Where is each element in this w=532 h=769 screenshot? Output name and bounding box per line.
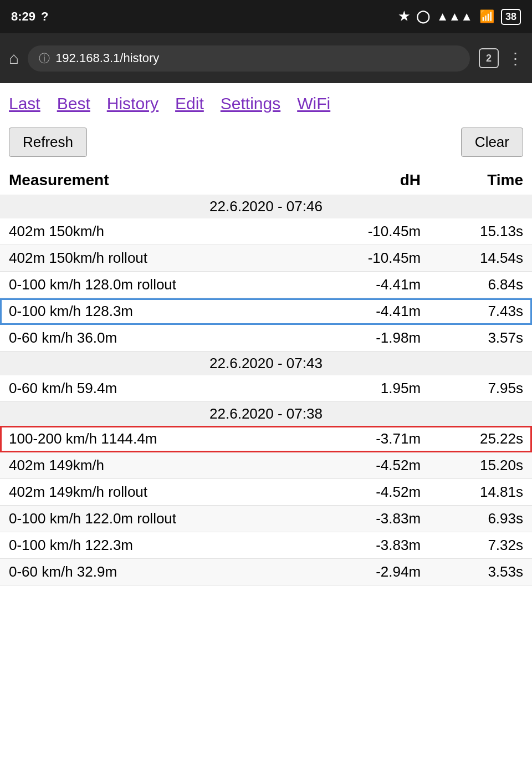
table-row[interactable]: 402m 149km/h rollout-4.52m14.81s: [0, 479, 532, 506]
measurement-cell: 402m 149km/h: [0, 452, 311, 479]
measurement-cell: 0-100 km/h 128.0m rollout: [0, 272, 311, 298]
nav-best[interactable]: Best: [57, 94, 90, 113]
url-bar[interactable]: ⓘ 192.168.3.1/history: [28, 45, 470, 72]
time-cell: 6.84s: [429, 272, 532, 298]
time-cell: 3.57s: [429, 325, 532, 352]
date-row: 22.6.2020 - 07:43: [0, 352, 532, 376]
dh-cell: -1.98m: [311, 325, 429, 352]
col-dh: dH: [311, 166, 429, 195]
table-row[interactable]: 0-100 km/h 128.0m rollout-4.41m6.84s: [0, 272, 532, 298]
nav-wifi[interactable]: WiFi: [297, 94, 330, 113]
dh-cell: -3.71m: [311, 426, 429, 452]
signal-icon: ▲▲▲: [437, 9, 473, 24]
table-row[interactable]: 100-200 km/h 1144.4m-3.71m25.22s: [0, 426, 532, 452]
bluetooth-icon: ★: [398, 9, 410, 24]
nav-last[interactable]: Last: [9, 94, 40, 113]
home-button[interactable]: ⌂: [9, 49, 19, 68]
measurement-cell: 0-100 km/h 122.0m rollout: [0, 506, 311, 532]
time-cell: 14.54s: [429, 245, 532, 272]
date-row: 22.6.2020 - 07:38: [0, 402, 532, 426]
dh-cell: -4.52m: [311, 452, 429, 479]
time-cell: 25.22s: [429, 426, 532, 452]
time-cell: 3.53s: [429, 559, 532, 585]
buttons-row: Refresh Clear: [0, 119, 532, 166]
tab-count-badge[interactable]: 2: [479, 48, 499, 68]
measurement-cell: 0-100 km/h 122.3m: [0, 532, 311, 559]
measurement-cell: 100-200 km/h 1144.4m: [0, 426, 311, 452]
measurement-cell: 0-60 km/h 59.4m: [0, 375, 311, 402]
time-cell: 7.95s: [429, 375, 532, 402]
date-label: 22.6.2020 - 07:38: [0, 402, 532, 426]
measurement-cell: 402m 150km/h rollout: [0, 245, 311, 272]
col-time: Time: [429, 166, 532, 195]
table-row[interactable]: 0-100 km/h 122.0m rollout-3.83m6.93s: [0, 506, 532, 532]
measurement-cell: 402m 149km/h rollout: [0, 479, 311, 506]
status-time: 8:29: [11, 9, 35, 24]
nav-links: Last Best History Edit Settings WiFi: [0, 83, 532, 119]
clear-button[interactable]: Clear: [461, 128, 523, 157]
refresh-button[interactable]: Refresh: [9, 128, 87, 157]
dh-cell: -4.52m: [311, 479, 429, 506]
url-text: 192.168.3.1/history: [55, 51, 159, 65]
browser-bar: ⌂ ⓘ 192.168.3.1/history 2 ⋮: [0, 33, 532, 83]
url-info-icon: ⓘ: [39, 51, 50, 66]
time-cell: 14.81s: [429, 479, 532, 506]
measurement-cell: 402m 150km/h: [0, 218, 311, 245]
wifi-icon: 📶: [479, 9, 494, 24]
battery-badge: 38: [501, 9, 521, 25]
table-row[interactable]: 0-60 km/h 36.0m-1.98m3.57s: [0, 325, 532, 352]
nav-edit[interactable]: Edit: [175, 94, 204, 113]
table-row[interactable]: 0-60 km/h 32.9m-2.94m3.53s: [0, 559, 532, 585]
col-measurement: Measurement: [0, 166, 311, 195]
time-cell: 15.13s: [429, 218, 532, 245]
nav-settings[interactable]: Settings: [221, 94, 280, 113]
dh-cell: -3.83m: [311, 506, 429, 532]
status-question: ?: [41, 9, 48, 24]
measurement-cell: 0-60 km/h 32.9m: [0, 559, 311, 585]
time-cell: 15.20s: [429, 452, 532, 479]
time-cell: 7.43s: [429, 298, 532, 325]
nav-history[interactable]: History: [107, 94, 158, 113]
status-left: 8:29 ?: [11, 9, 49, 24]
date-label: 22.6.2020 - 07:43: [0, 352, 532, 376]
status-right: ★ ◯ ▲▲▲ 📶 38: [398, 9, 521, 25]
table-row[interactable]: 0-100 km/h 122.3m-3.83m7.32s: [0, 532, 532, 559]
dh-cell: -4.41m: [311, 272, 429, 298]
measurement-cell: 0-60 km/h 36.0m: [0, 325, 311, 352]
time-cell: 7.32s: [429, 532, 532, 559]
dh-cell: 1.95m: [311, 375, 429, 402]
table-header-row: Measurement dH Time: [0, 166, 532, 195]
dh-cell: -10.45m: [311, 218, 429, 245]
history-table: Measurement dH Time 22.6.2020 - 07:46402…: [0, 166, 532, 585]
alarm-icon: ◯: [416, 9, 430, 24]
measurement-cell: 0-100 km/h 128.3m: [0, 298, 311, 325]
dh-cell: -3.83m: [311, 532, 429, 559]
status-bar: 8:29 ? ★ ◯ ▲▲▲ 📶 38: [0, 0, 532, 33]
table-row[interactable]: 402m 150km/h-10.45m15.13s: [0, 218, 532, 245]
browser-menu-button[interactable]: ⋮: [508, 49, 523, 68]
table-row[interactable]: 0-100 km/h 128.3m-4.41m7.43s: [0, 298, 532, 325]
dh-cell: -4.41m: [311, 298, 429, 325]
date-row: 22.6.2020 - 07:46: [0, 195, 532, 218]
dh-cell: -10.45m: [311, 245, 429, 272]
table-row[interactable]: 402m 150km/h rollout-10.45m14.54s: [0, 245, 532, 272]
dh-cell: -2.94m: [311, 559, 429, 585]
table-row[interactable]: 0-60 km/h 59.4m1.95m7.95s: [0, 375, 532, 402]
table-row[interactable]: 402m 149km/h-4.52m15.20s: [0, 452, 532, 479]
date-label: 22.6.2020 - 07:46: [0, 195, 532, 218]
time-cell: 6.93s: [429, 506, 532, 532]
